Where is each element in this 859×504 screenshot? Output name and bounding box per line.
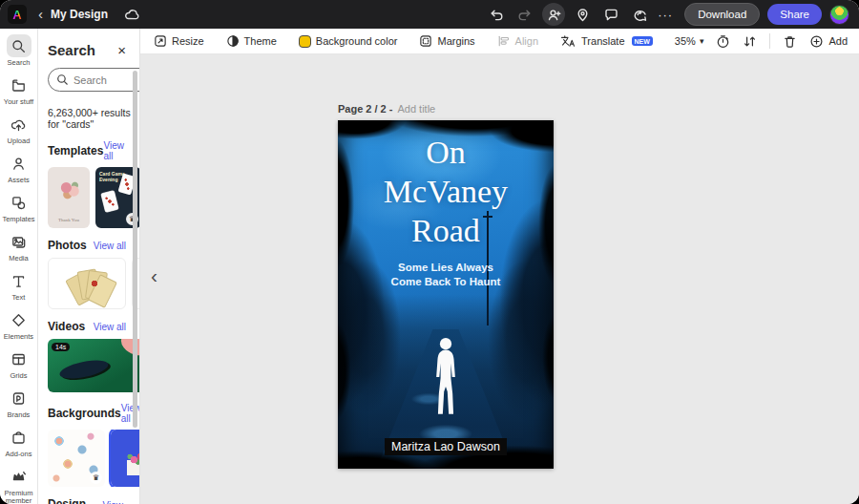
template-thumb-thank-you[interactable]: Thank You [48, 167, 90, 228]
location-pin-icon[interactable] [571, 3, 594, 26]
design-assets-section-label: Design assets [48, 497, 103, 504]
share-feedback-icon[interactable] [628, 3, 651, 26]
add-page-button[interactable]: Add [809, 34, 848, 49]
backgrounds-section-label: Backgrounds [48, 407, 121, 420]
panel-title: Search [48, 42, 95, 58]
align-button[interactable]: Align [497, 34, 538, 48]
background-color-swatch [299, 35, 311, 48]
templates-section-label: Templates [48, 144, 103, 158]
document-title[interactable]: My Design [51, 8, 108, 21]
zoom-control[interactable]: 35% ▾ [675, 35, 704, 47]
sidebar-item-upload[interactable]: Upload [0, 111, 38, 147]
resize-button[interactable]: Resize [154, 34, 204, 48]
search-panel: Search × 6,263,000+ results for "cards" … [38, 29, 140, 504]
trash-icon [783, 34, 797, 49]
video-duration-badge: 14s [52, 343, 70, 351]
add-circle-icon [809, 34, 824, 49]
timer-icon [716, 34, 730, 49]
person-icon [11, 157, 26, 171]
app-header: A ‹ My Design ··· Do [0, 0, 859, 29]
user-avatar[interactable] [829, 5, 849, 25]
page-label-row: Page 2 / 2 - Add title [338, 103, 435, 115]
app-window: A ‹ My Design ··· Do [0, 0, 859, 504]
sidebar-item-premium-member[interactable]: Premium member [0, 463, 38, 504]
sidebar-item-elements[interactable]: Elements [0, 306, 38, 343]
canvas-viewport[interactable]: ‹ Page 2 / 2 - Add title [140, 54, 859, 504]
align-icon [497, 34, 511, 48]
premium-crown-icon [11, 470, 26, 484]
download-button[interactable]: Download [684, 3, 760, 26]
search-input[interactable] [73, 74, 140, 86]
page-duration-button[interactable] [716, 34, 730, 49]
invite-people-button[interactable] [542, 3, 565, 26]
backgrounds-row: ♛ ♛ [48, 430, 140, 487]
cover-title[interactable]: On McVaney Road [338, 133, 554, 250]
templates-row: Thank You Card Game Evening ♛ HAPPY ♛ [48, 167, 140, 228]
sidebar-item-grids[interactable]: Grids [0, 346, 38, 382]
share-button[interactable]: Share [767, 4, 822, 25]
search-icon [11, 39, 26, 53]
premium-crown-badge: ♛ [90, 472, 102, 484]
background-thumb-envelope-flowers-selected[interactable]: ♛ [111, 430, 140, 487]
sidebar-item-brands[interactable]: Brands [0, 385, 38, 421]
left-nav-rail: Search Your stuff Upload Assets Template… [0, 29, 38, 504]
search-icon [56, 74, 69, 86]
canvas-area: Resize Theme Background color Margins Al… [140, 29, 859, 504]
header-actions: ··· Download Share [482, 3, 849, 26]
design-assets-view-all-link[interactable]: View all [103, 500, 126, 504]
cover-subtitle[interactable]: Some Lies Always Come Back To Haunt [338, 261, 554, 288]
redo-button[interactable] [513, 3, 536, 26]
new-badge: NEW [632, 36, 653, 46]
sidebar-item-search[interactable]: Search [0, 32, 38, 69]
video-thumb-poker-table[interactable]: 14s ♛ [48, 339, 140, 392]
sidebar-item-text[interactable]: Text [0, 267, 38, 304]
elements-icon [11, 313, 26, 327]
videos-view-all-link[interactable]: View all [94, 322, 126, 332]
photo-thumb-vintage-cards[interactable] [48, 258, 126, 309]
theme-button[interactable]: Theme [226, 34, 277, 48]
brand-shield-icon [11, 391, 26, 406]
comment-icon[interactable] [599, 3, 622, 26]
templates-view-all-link[interactable]: View all [103, 140, 126, 161]
videos-section-label: Videos [48, 320, 85, 333]
sidebar-item-media[interactable]: Media [0, 228, 38, 264]
cover-author[interactable]: Maritza Lao Dawson [338, 437, 554, 454]
sidebar-item-add-ons[interactable]: Add-ons [0, 424, 38, 460]
videos-row: 14s ♛ 19s [48, 339, 140, 392]
cloud-sync-icon[interactable] [120, 3, 143, 26]
folder-icon [11, 78, 26, 93]
search-field[interactable] [48, 68, 140, 92]
undo-button[interactable] [485, 3, 508, 26]
close-icon[interactable]: × [117, 44, 126, 57]
photos-view-all-link[interactable]: View all [94, 241, 126, 251]
editor-toolbar: Resize Theme Background color Margins Al… [140, 29, 859, 54]
sidebar-item-assets[interactable]: Assets [0, 150, 38, 186]
photos-icon [11, 235, 26, 249]
zoom-level: 35% [675, 35, 696, 47]
background-thumb-rain-pattern[interactable]: ♛ [48, 430, 105, 487]
delete-page-button[interactable] [783, 34, 797, 49]
panel-scrollbar[interactable] [133, 71, 137, 428]
back-button[interactable]: ‹ [36, 6, 51, 24]
margins-button[interactable]: Margins [419, 34, 474, 48]
upload-cloud-icon [11, 117, 26, 132]
adobe-express-logo-icon[interactable]: A [8, 5, 27, 24]
sidebar-item-your-stuff[interactable]: Your stuff [0, 72, 38, 108]
more-options-button[interactable]: ··· [654, 8, 677, 22]
book-cover-page[interactable]: On McVaney Road Some Lies Always Come Ba… [338, 120, 554, 469]
background-color-button[interactable]: Background color [299, 35, 398, 48]
photos-section-label: Photos [48, 239, 87, 252]
translate-button[interactable]: Translate NEW [560, 34, 653, 48]
theme-icon [226, 34, 240, 48]
results-count: 6,263,000+ results for "cards" [48, 107, 139, 130]
back-chevron-icon: ‹ [38, 6, 43, 22]
reorder-layers-button[interactable] [743, 34, 757, 49]
resize-icon [154, 34, 167, 48]
translate-icon [560, 34, 576, 48]
sidebar-item-templates[interactable]: Templates [0, 189, 38, 225]
add-title-field[interactable]: Add title [397, 103, 435, 115]
text-tool-icon [11, 274, 26, 288]
shapes-icon [11, 196, 26, 210]
margins-icon [419, 34, 432, 48]
collapse-panel-icon[interactable]: ‹ [151, 266, 157, 285]
